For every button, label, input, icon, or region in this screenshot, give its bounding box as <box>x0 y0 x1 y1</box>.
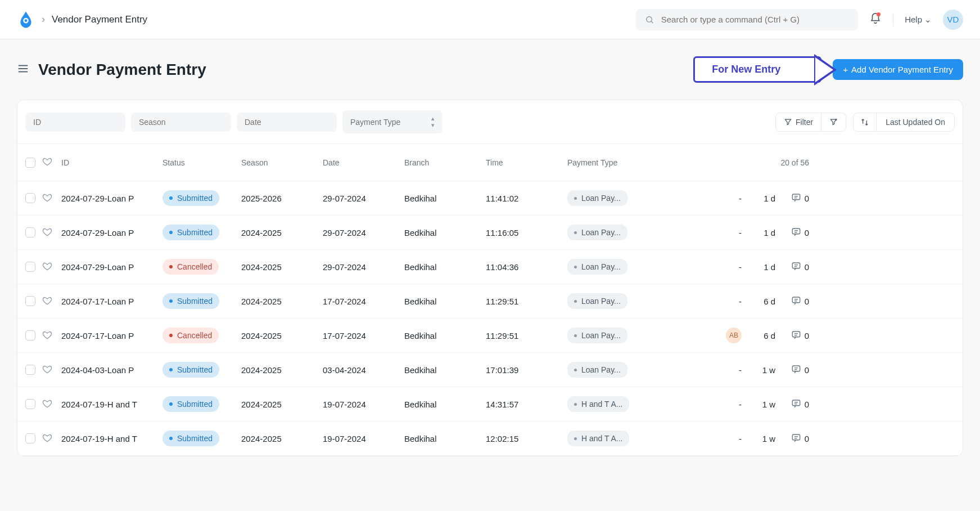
page-title: Vendor Payment Entry <box>38 61 206 79</box>
search-bar[interactable] <box>636 9 858 30</box>
favorite-icon[interactable] <box>42 192 52 204</box>
row-id[interactable]: 2024-07-29-Loan P <box>61 194 162 203</box>
plus-icon: + <box>843 65 848 74</box>
row-checkbox[interactable] <box>25 433 35 443</box>
sort-direction-button[interactable] <box>853 113 877 131</box>
svg-line-3 <box>652 21 653 23</box>
favorite-icon[interactable] <box>42 364 52 376</box>
row-checkbox[interactable] <box>25 227 35 237</box>
add-vendor-payment-button[interactable]: + Add Vendor Payment Entry <box>833 59 963 80</box>
svg-point-2 <box>647 16 652 22</box>
row-date: 19-07-2024 <box>323 434 404 443</box>
row-id[interactable]: 2024-07-19-H and T <box>61 400 162 409</box>
row-time: 11:41:02 <box>486 194 567 203</box>
table-row[interactable]: 2024-07-19-H and T Submitted 2024-2025 1… <box>17 387 963 422</box>
comment-icon[interactable] <box>791 192 801 204</box>
row-id[interactable]: 2024-07-17-Loan P <box>61 331 162 340</box>
clear-filter-button[interactable] <box>821 113 846 131</box>
col-time[interactable]: Time <box>486 158 567 167</box>
filter-button[interactable]: Filter <box>776 113 821 131</box>
notification-button[interactable] <box>869 12 882 26</box>
help-menu[interactable]: Help ⌄ <box>905 15 932 25</box>
filter-payment-type-select[interactable]: Payment Type ▴▾ <box>342 110 442 133</box>
row-time: 14:31:57 <box>486 400 567 409</box>
menu-toggle[interactable] <box>17 62 29 77</box>
col-date[interactable]: Date <box>323 158 404 167</box>
comment-icon[interactable] <box>791 227 801 239</box>
svg-rect-9 <box>792 194 800 200</box>
col-count: 20 of 56 <box>775 158 809 167</box>
col-status[interactable]: Status <box>162 158 241 167</box>
col-ptype[interactable]: Payment Type <box>567 158 713 167</box>
table-row[interactable]: 2024-04-03-Loan P Submitted 2024-2025 03… <box>17 353 963 387</box>
row-date: 29-07-2024 <box>323 228 404 237</box>
col-branch[interactable]: Branch <box>404 158 486 167</box>
favorite-icon[interactable] <box>42 330 52 342</box>
table-row[interactable]: 2024-07-17-Loan P Cancelled 2024-2025 17… <box>17 319 963 353</box>
favorite-icon[interactable] <box>42 398 52 410</box>
row-id[interactable]: 2024-07-19-H and T <box>61 434 162 443</box>
select-all-checkbox[interactable] <box>25 158 35 168</box>
comment-icon[interactable] <box>791 330 801 342</box>
row-id[interactable]: 2024-04-03-Loan P <box>61 365 162 375</box>
favorite-icon[interactable] <box>42 227 52 239</box>
comment-icon[interactable] <box>791 261 801 273</box>
row-id[interactable]: 2024-07-29-Loan P <box>61 228 162 237</box>
row-checkbox[interactable] <box>25 330 35 340</box>
row-id[interactable]: 2024-07-29-Loan P <box>61 262 162 272</box>
row-checkbox[interactable] <box>25 399 35 409</box>
comment-icon[interactable] <box>791 398 801 410</box>
row-checkbox[interactable] <box>25 262 35 272</box>
table-row[interactable]: 2024-07-17-Loan P Submitted 2024-2025 17… <box>17 284 963 319</box>
row-season: 2025-2026 <box>241 194 323 203</box>
favorite-all-icon[interactable] <box>42 156 52 168</box>
filter-date-input[interactable] <box>237 113 337 132</box>
row-updated: 1 d <box>742 228 775 237</box>
app-logo[interactable] <box>17 11 35 29</box>
table-row[interactable]: 2024-07-19-H and T Submitted 2024-2025 1… <box>17 422 963 456</box>
favorite-icon[interactable] <box>42 295 52 307</box>
sort-field-button[interactable]: Last Updated On <box>877 113 954 131</box>
table-row[interactable]: 2024-07-29-Loan P Cancelled 2024-2025 29… <box>17 250 963 284</box>
filter-id-input[interactable] <box>25 113 125 132</box>
user-avatar[interactable]: VD <box>943 10 963 30</box>
sort-icon <box>860 118 869 127</box>
row-checkbox[interactable] <box>25 296 35 306</box>
row-checkbox[interactable] <box>25 193 35 203</box>
comment-icon[interactable] <box>791 433 801 445</box>
sort-arrows-icon: ▴▾ <box>431 115 435 128</box>
svg-rect-15 <box>792 263 800 268</box>
filter-label: Filter <box>796 118 813 127</box>
row-branch: Bedkihal <box>404 331 486 340</box>
status-badge: Submitted <box>162 293 219 309</box>
table-row[interactable]: 2024-07-29-Loan P Submitted 2024-2025 29… <box>17 216 963 250</box>
favorite-icon[interactable] <box>42 433 52 445</box>
row-branch: Bedkihal <box>404 194 486 203</box>
row-avatar: AB <box>726 328 742 343</box>
table-row[interactable]: 2024-07-29-Loan P Submitted 2025-2026 29… <box>17 181 963 216</box>
filter-season-input[interactable] <box>131 113 231 132</box>
payment-type-tag: Loan Pay... <box>567 328 627 343</box>
row-updated: 6 d <box>742 297 775 306</box>
comment-icon[interactable] <box>791 364 801 376</box>
search-input[interactable] <box>661 15 849 24</box>
comment-count: 0 <box>805 365 809 375</box>
comment-count: 0 <box>805 262 809 272</box>
page-header: Vendor Payment Entry For New Entry + Add… <box>17 56 963 83</box>
col-id[interactable]: ID <box>61 158 162 167</box>
row-id[interactable]: 2024-07-17-Loan P <box>61 297 162 306</box>
row-time: 11:04:36 <box>486 262 567 272</box>
row-season: 2024-2025 <box>241 297 323 306</box>
comment-icon[interactable] <box>791 295 801 307</box>
col-season[interactable]: Season <box>241 158 323 167</box>
payment-type-tag: Loan Pay... <box>567 362 627 378</box>
svg-point-1 <box>25 19 28 22</box>
chevron-down-icon: ⌄ <box>924 15 932 25</box>
favorite-icon[interactable] <box>42 261 52 273</box>
row-updated: 1 d <box>742 194 775 203</box>
breadcrumb[interactable]: Vendor Payment Entry <box>52 14 147 25</box>
row-checkbox[interactable] <box>25 365 35 375</box>
svg-rect-30 <box>792 434 800 440</box>
payment-type-tag: Loan Pay... <box>567 225 627 240</box>
annotation-arrow: For New Entry <box>693 56 821 83</box>
